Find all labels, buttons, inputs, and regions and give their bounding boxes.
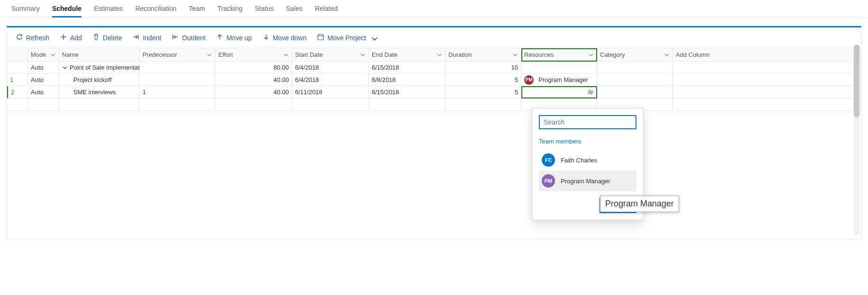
row-number: 2	[7, 86, 28, 98]
cell-duration[interactable]: 10	[446, 62, 521, 74]
cell-effort[interactable]: 40.00	[215, 86, 292, 98]
task-name: Project kickoff	[73, 76, 112, 83]
cell-category[interactable]	[597, 86, 673, 98]
col-name-label: Name	[62, 51, 79, 58]
refresh-button[interactable]: Refresh	[16, 33, 49, 42]
moveproject-button[interactable]: Move Project	[317, 33, 376, 42]
add-label: Add	[70, 34, 82, 42]
cell-end[interactable]: 6/15/2018	[369, 62, 446, 74]
tab-team[interactable]: Team	[189, 5, 205, 17]
col-end[interactable]: End Date	[369, 48, 446, 62]
cell-resources[interactable]	[521, 62, 597, 74]
cell-predecessor[interactable]	[140, 62, 215, 74]
tab-tracking[interactable]: Tracking	[217, 5, 242, 17]
vertical-scrollbar[interactable]	[854, 45, 859, 236]
cell-category[interactable]	[597, 62, 673, 74]
cell-start[interactable]: 6/4/2018	[292, 74, 369, 86]
arrow-down-icon	[262, 33, 270, 42]
cell-add[interactable]	[673, 74, 861, 86]
col-mode-label: Mode	[31, 51, 46, 58]
avatar: FC	[542, 153, 555, 167]
moveup-label: Move up	[226, 34, 252, 42]
refresh-label: Refresh	[26, 34, 49, 42]
col-start[interactable]: Start Date	[292, 48, 369, 62]
avatar: PM	[524, 75, 534, 85]
tab-summary[interactable]: Summary	[11, 5, 40, 17]
plus-icon	[60, 33, 67, 42]
member-option[interactable]: PM Program Manager	[539, 170, 636, 191]
moveproject-label: Move Project	[327, 34, 366, 42]
table-row-empty[interactable]	[7, 98, 861, 111]
chevron-down-icon	[512, 52, 518, 58]
tab-estimates[interactable]: Estimates	[94, 5, 123, 17]
cell-start[interactable]: 6/11/2018	[292, 86, 369, 98]
cell-duration[interactable]: 5	[446, 86, 521, 98]
expand-caret-icon[interactable]	[62, 65, 68, 71]
col-rownum[interactable]	[7, 48, 28, 62]
cell-resources[interactable]	[521, 86, 597, 98]
col-add[interactable]: Add Column	[673, 48, 861, 62]
col-resources[interactable]: Resources	[521, 48, 597, 62]
col-category[interactable]: Category	[597, 48, 673, 62]
cell-predecessor[interactable]	[140, 74, 215, 86]
chevron-down-icon	[206, 52, 212, 58]
chevron-down-icon	[664, 52, 670, 58]
cell-effort[interactable]: 80.00	[215, 62, 292, 74]
cell-end[interactable]: 6/8/2018	[369, 74, 446, 86]
team-members-label: Team members	[539, 138, 636, 145]
indent-label: Indent	[143, 34, 161, 42]
movedown-button[interactable]: Move down	[262, 33, 307, 42]
cell-predecessor[interactable]: 1	[140, 86, 215, 98]
delete-button[interactable]: Delete	[92, 33, 122, 42]
schedule-toolbar: Refresh Add Delete Indent Outdent	[7, 27, 861, 48]
cell-start[interactable]: 6/4/2018	[292, 62, 369, 74]
moveup-button[interactable]: Move up	[216, 33, 252, 42]
entity-tabs: Summary Schedule Estimates Reconciliatio…	[0, 0, 868, 18]
grid-header: Mode Name Predecessor Effort Start Date …	[7, 48, 861, 62]
tab-sales[interactable]: Sales	[286, 5, 303, 17]
table-row[interactable]: 1 Auto Project kickoff 40.00 6/4/2018 6/…	[7, 74, 861, 86]
search-input[interactable]	[539, 115, 636, 129]
cell-resources[interactable]: PM Program Manager	[521, 74, 597, 86]
cell-effort[interactable]: 40.00	[215, 74, 292, 86]
indent-button[interactable]: Indent	[132, 33, 161, 42]
cell-end[interactable]: 6/15/2018	[369, 86, 446, 98]
cell-name[interactable]: SME interviews	[59, 86, 140, 98]
row-number: 1	[7, 74, 28, 86]
refresh-icon	[16, 33, 23, 42]
cell-category[interactable]	[597, 74, 673, 86]
tab-status[interactable]: Status	[255, 5, 274, 17]
cell-mode[interactable]: Auto	[28, 62, 59, 74]
cell-duration[interactable]: 5	[446, 74, 521, 86]
cell-add[interactable]	[673, 62, 861, 74]
col-effort[interactable]: Effort	[215, 48, 292, 62]
outdent-label: Outdent	[182, 34, 206, 42]
chevron-down-icon	[283, 52, 289, 58]
col-category-label: Category	[600, 51, 625, 58]
indent-icon	[132, 33, 140, 42]
col-duration[interactable]: Duration	[446, 48, 521, 62]
col-predecessor[interactable]: Predecessor	[140, 48, 215, 62]
tab-reconciliation[interactable]: Reconciliation	[135, 5, 177, 17]
cell-add[interactable]	[673, 86, 861, 98]
cell-mode[interactable]: Auto	[28, 74, 59, 86]
table-row[interactable]: 2 Auto SME interviews 1 40.00 6/11/2018 …	[7, 86, 861, 98]
cell-name[interactable]: Point of Sale implementation	[59, 62, 140, 74]
table-row[interactable]: Auto Point of Sale implementation 80.00 …	[7, 62, 861, 74]
member-option[interactable]: FC Faith Charles	[539, 150, 636, 170]
svg-point-2	[591, 90, 593, 92]
people-picker-icon[interactable]	[587, 89, 594, 96]
scrollbar-thumb[interactable]	[854, 45, 859, 117]
col-start-label: Start Date	[295, 51, 323, 58]
col-name[interactable]: Name	[59, 48, 140, 62]
add-button[interactable]: Add	[60, 33, 82, 42]
tab-schedule[interactable]: Schedule	[52, 5, 81, 17]
col-mode[interactable]: Mode	[28, 48, 59, 62]
cell-name[interactable]: Project kickoff	[59, 74, 140, 86]
resource-name: Program Manager	[538, 76, 588, 83]
chevron-down-icon	[371, 35, 376, 41]
outdent-button[interactable]: Outdent	[171, 33, 206, 42]
tab-related[interactable]: Related	[315, 5, 338, 17]
outdent-icon	[171, 33, 179, 42]
cell-mode[interactable]: Auto	[28, 86, 59, 98]
